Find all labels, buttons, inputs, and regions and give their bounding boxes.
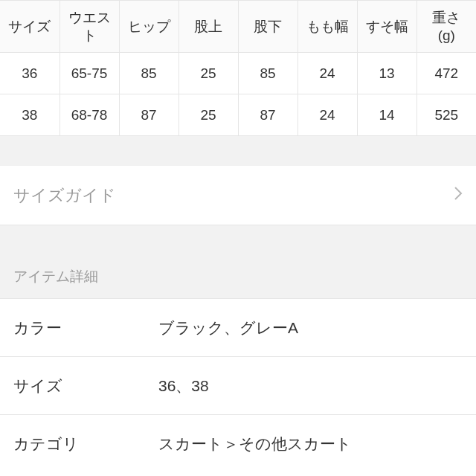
detail-row-category[interactable]: カテゴリ スカート＞その他スカート bbox=[0, 414, 476, 472]
col-rise: 股上 bbox=[178, 1, 238, 53]
cell: 13 bbox=[357, 53, 416, 94]
cell: 87 bbox=[119, 94, 178, 136]
cell: 38 bbox=[0, 94, 60, 136]
size-table: サイズ ウエス ト ヒップ 股上 股下 もも幅 すそ幅 重さ (g) 36 65… bbox=[0, 0, 476, 136]
cell: 25 bbox=[178, 94, 238, 136]
detail-row-size: サイズ 36、38 bbox=[0, 356, 476, 414]
cell: 472 bbox=[416, 53, 476, 94]
chevron-right-icon bbox=[454, 186, 463, 205]
cell: 65-75 bbox=[60, 53, 119, 94]
cell: 24 bbox=[298, 94, 357, 136]
cell: 24 bbox=[298, 53, 357, 94]
col-thigh: もも幅 bbox=[298, 1, 357, 53]
detail-val: ブラック、グレーA bbox=[158, 318, 298, 338]
col-size: サイズ bbox=[0, 1, 60, 53]
detail-key: サイズ bbox=[13, 376, 158, 396]
cell: 85 bbox=[238, 53, 298, 94]
cell: 85 bbox=[119, 53, 178, 94]
col-waist: ウエス ト bbox=[60, 1, 119, 53]
detail-key: カテゴリ bbox=[13, 434, 158, 454]
cell: 525 bbox=[416, 94, 476, 136]
size-table-row: 38 68-78 87 25 87 24 14 525 bbox=[0, 94, 476, 136]
col-weight: 重さ (g) bbox=[416, 1, 476, 53]
size-guide-label: サイズガイド bbox=[13, 184, 116, 207]
cell: 36 bbox=[0, 53, 60, 94]
cell: 68-78 bbox=[60, 94, 119, 136]
col-hip: ヒップ bbox=[119, 1, 178, 53]
spacer bbox=[0, 225, 476, 252]
spacer bbox=[0, 136, 476, 166]
detail-val: スカート＞その他スカート bbox=[158, 434, 352, 454]
detail-row-color: カラー ブラック、グレーA bbox=[0, 298, 476, 356]
cell: 25 bbox=[178, 53, 238, 94]
item-details-header: アイテム詳細 bbox=[0, 252, 476, 298]
detail-val: 36、38 bbox=[158, 376, 209, 396]
size-table-header-row: サイズ ウエス ト ヒップ 股上 股下 もも幅 すそ幅 重さ (g) bbox=[0, 1, 476, 53]
col-inseam: 股下 bbox=[238, 1, 298, 53]
detail-key: カラー bbox=[13, 318, 158, 338]
size-table-row: 36 65-75 85 25 85 24 13 472 bbox=[0, 53, 476, 94]
cell: 14 bbox=[357, 94, 416, 136]
size-guide-link[interactable]: サイズガイド bbox=[0, 166, 476, 225]
col-hem: すそ幅 bbox=[357, 1, 416, 53]
cell: 87 bbox=[238, 94, 298, 136]
